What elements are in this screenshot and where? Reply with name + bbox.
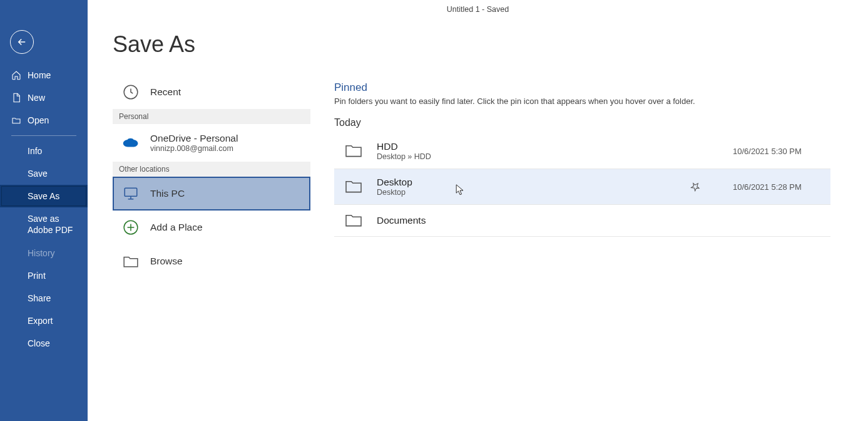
nav-close[interactable]: Close (0, 332, 88, 355)
pc-icon (123, 185, 139, 202)
onedrive-title: OneDrive - Personal (150, 133, 238, 144)
nav-new-label: New (28, 93, 45, 103)
pin-icon[interactable] (690, 182, 700, 192)
pinned-heading: Pinned (334, 81, 830, 94)
locations-panel: Save As Recent Personal OneDrive - Perso… (88, 19, 313, 421)
folder-row[interactable]: HDD Desktop » HDD 10/6/2021 5:30 PM (334, 133, 830, 169)
nav-open[interactable]: Open (0, 109, 88, 132)
nav-share-label: Share (28, 293, 51, 303)
folder-open-icon (11, 115, 21, 125)
titlebar: Untitled 1 - Saved (88, 0, 868, 19)
onedrive-email: vinnizp.008@gmail.com (150, 144, 238, 153)
location-browse-label: Browse (150, 256, 183, 267)
folder-icon (344, 143, 363, 159)
folder-date: 10/6/2021 5:30 PM (733, 147, 820, 156)
nav-history-label: History (28, 248, 55, 258)
nav-info[interactable]: Info (0, 140, 88, 162)
nav-export-label: Export (28, 316, 53, 326)
location-this-pc[interactable]: This PC (113, 177, 310, 210)
folder-date: 10/6/2021 5:28 PM (733, 182, 820, 192)
back-button[interactable] (10, 30, 34, 54)
browse-folder-icon (123, 253, 139, 269)
backstage-sidebar: Home New Open Info Save Save As Save as … (0, 0, 88, 421)
location-this-pc-label: This PC (150, 188, 185, 199)
nav-new[interactable]: New (0, 86, 88, 109)
add-place-icon (123, 219, 139, 236)
nav-save-as[interactable]: Save As (0, 185, 88, 207)
folder-row[interactable]: Desktop Desktop 10/6/2021 5:28 PM (334, 169, 830, 205)
today-heading: Today (334, 117, 830, 128)
nav-info-label: Info (28, 146, 42, 156)
main-area: Untitled 1 - Saved Save As Recent Person… (88, 0, 868, 421)
nav-export[interactable]: Export (0, 309, 88, 332)
pin-icon-placeholder (690, 146, 700, 156)
location-add-place[interactable]: Add a Place (113, 210, 310, 244)
location-recent[interactable]: Recent (113, 75, 310, 109)
nav-history: History (0, 242, 88, 264)
nav-open-label: Open (28, 115, 49, 125)
folder-name: HDD (377, 141, 677, 152)
folders-panel: Pinned Pin folders you want to easily fi… (313, 81, 868, 421)
arrow-left-icon (16, 36, 28, 48)
nav-share[interactable]: Share (0, 287, 88, 309)
clock-icon (123, 84, 139, 100)
nav-close-label: Close (28, 338, 50, 348)
folder-name: Documents (377, 215, 677, 226)
document-icon (11, 93, 21, 103)
folder-row[interactable]: Documents (334, 205, 830, 237)
page-title: Save As (113, 31, 313, 58)
nav-print-label: Print (28, 271, 46, 281)
folder-name: Desktop (377, 177, 677, 188)
nav-save-as-label: Save As (28, 191, 59, 201)
pin-icon-placeholder (690, 216, 700, 226)
folder-path: Desktop » HDD (377, 152, 677, 161)
nav-home[interactable]: Home (0, 64, 88, 86)
onedrive-icon (123, 135, 139, 151)
home-icon (11, 70, 21, 80)
section-other: Other locations (113, 162, 310, 177)
document-title: Untitled 1 - Saved (447, 5, 509, 14)
folder-path: Desktop (377, 188, 677, 197)
nav-save[interactable]: Save (0, 162, 88, 185)
nav-separator (11, 135, 76, 136)
svg-rect-1 (125, 188, 137, 196)
nav-print[interactable]: Print (0, 264, 88, 287)
pinned-help: Pin folders you want to easily find late… (334, 96, 830, 106)
location-recent-label: Recent (150, 86, 181, 98)
nav-save-as-adobe-pdf-label: Save as Adobe PDF (28, 214, 76, 236)
section-personal: Personal (113, 109, 310, 124)
nav-save-label: Save (28, 169, 48, 179)
nav-save-as-adobe-pdf[interactable]: Save as Adobe PDF (0, 207, 88, 242)
folder-icon (344, 179, 363, 195)
location-add-place-label: Add a Place (150, 222, 203, 233)
location-browse[interactable]: Browse (113, 244, 310, 278)
nav-home-label: Home (28, 70, 51, 80)
location-onedrive[interactable]: OneDrive - Personal vinnizp.008@gmail.co… (113, 124, 310, 162)
folder-icon (344, 212, 363, 229)
